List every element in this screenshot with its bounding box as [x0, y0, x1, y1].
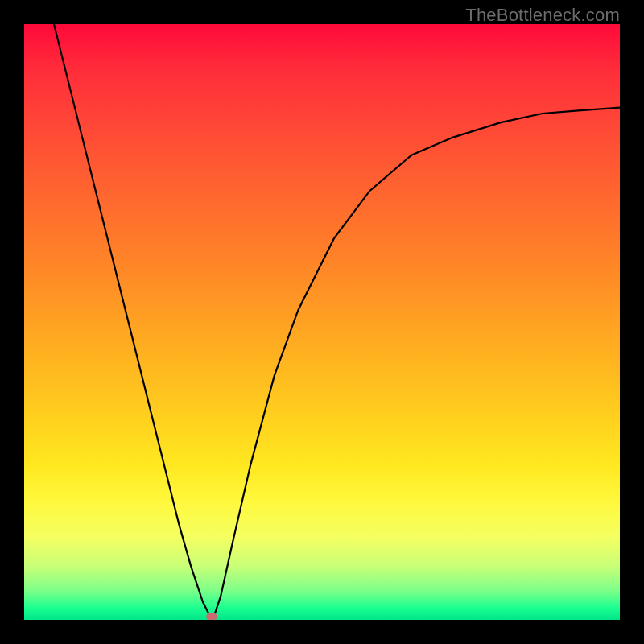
bottleneck-curve — [54, 24, 620, 620]
chart-frame: TheBottleneck.com — [0, 0, 644, 644]
watermark-text: TheBottleneck.com — [465, 5, 620, 26]
plot-area — [24, 24, 620, 620]
curve-layer — [24, 24, 620, 620]
